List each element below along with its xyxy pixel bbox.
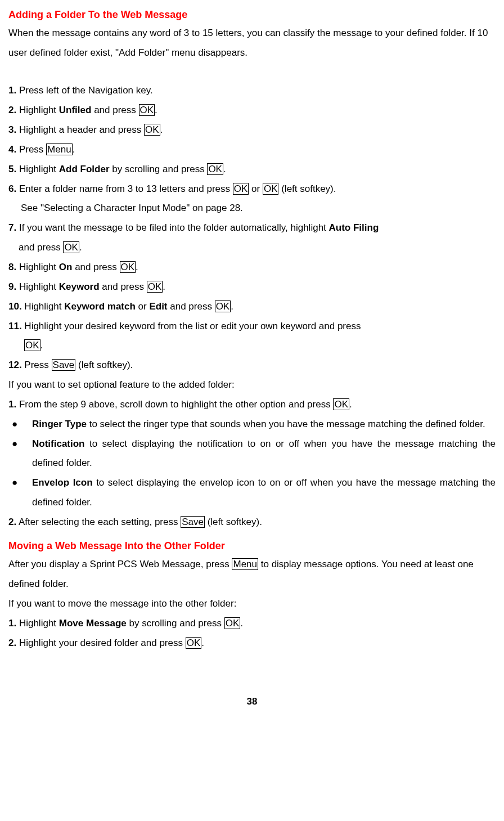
bullet-text: to select displaying the notification to… (32, 438, 496, 469)
section-heading-1: Adding a Folder To the Web Message (8, 6, 496, 24)
step-text: . (160, 124, 163, 135)
step-text: and press (100, 281, 147, 292)
ok-key: OK (186, 637, 202, 649)
step-text: If you want the message to be filed into… (16, 222, 328, 233)
step-11-line2: OK. (8, 336, 496, 356)
step-number: 11. (8, 321, 22, 331)
step-number: 5. (8, 164, 16, 174)
step-text: (left softkey). (205, 517, 262, 527)
ok-key: OK (207, 163, 223, 175)
step-text: After selecting the each setting, press (16, 517, 181, 527)
ok-key: OK (263, 183, 279, 195)
step-text: . (240, 618, 243, 629)
bold-term: Notification (32, 438, 85, 449)
step-text: . (349, 399, 352, 410)
step-7: 7. If you want the message to be filed i… (8, 218, 496, 238)
step-text: Highlight (16, 281, 59, 292)
step-text: Highlight (22, 301, 65, 312)
bullet-ringer-type: ● Ringer Type to select the ringer type … (8, 415, 496, 434)
bold-term: Edit (149, 301, 167, 312)
step-text: Highlight (16, 262, 59, 272)
step-number: 2. (8, 517, 16, 527)
step-text: (left softkey). (75, 360, 133, 370)
h2-intro: After you display a Sprint PCS Web Messa… (8, 555, 496, 594)
step-text: . (201, 638, 204, 648)
step-text: . (73, 144, 75, 155)
ok-key: OK (333, 398, 349, 410)
step-number: 2. (8, 105, 16, 115)
bullet-icon: ● (8, 473, 32, 513)
step-text: Press left of the Navigation key. (16, 85, 153, 96)
step-text: . (223, 164, 226, 174)
opt-step-2: 2. After selecting the each setting, pre… (8, 513, 496, 532)
step-text: and press (19, 242, 63, 253)
bold-term: Auto Filing (329, 222, 379, 233)
step-text: From the step 9 above, scroll down to hi… (16, 399, 333, 410)
step-5: 5. Highlight Add Folder by scrolling and… (8, 160, 496, 180)
intro-paragraph-1: When the message contains any word of 3 … (8, 24, 496, 63)
ok-key: OK (147, 281, 163, 293)
step-text: and press (168, 301, 215, 312)
bullet-icon: ● (8, 434, 32, 474)
step-number: 1. (8, 85, 16, 96)
h2-sub: If you want to move the message into the… (8, 594, 496, 614)
ok-key: OK (139, 104, 155, 116)
step-text: Highlight a header and press (16, 124, 144, 135)
step-2: 2. Highlight Unfiled and press OK. (8, 101, 496, 120)
step-text: . (163, 281, 165, 292)
opt-step-1: 1. From the step 9 above, scroll down to… (8, 395, 496, 415)
page-number: 38 (8, 692, 496, 712)
move-step-1: 1. Highlight Move Message by scrolling a… (8, 614, 496, 634)
menu-key: Menu (46, 143, 73, 155)
step-number: 3. (8, 124, 16, 135)
step-text: Press (22, 360, 52, 370)
step-text: Highlight (16, 105, 59, 115)
step-text: Highlight (16, 164, 59, 174)
step-text: Highlight your desired folder and press (16, 638, 186, 648)
step-number: 10. (8, 301, 22, 312)
bullet-notification: ● Notification to select displaying the … (8, 434, 496, 474)
step-9: 9. Highlight Keyword and press OK. (8, 277, 496, 297)
step-number: 1. (8, 618, 16, 629)
bold-term: Keyword match (64, 301, 136, 312)
ok-key: OK (24, 339, 40, 351)
menu-key: Menu (232, 558, 258, 570)
step-text: or (136, 301, 150, 312)
bullet-icon: ● (8, 415, 32, 434)
ok-key: OK (144, 124, 160, 136)
bullet-text: to select displaying the envelop icon to… (32, 477, 496, 508)
bullet-text: to select the ringer type that sounds wh… (87, 419, 485, 429)
step-text: . (40, 340, 43, 351)
step-number: 6. (8, 183, 16, 194)
step-text: Enter a folder name from 3 to 13 letters… (16, 183, 233, 194)
bold-term: Envelop Icon (32, 477, 93, 488)
step-number: 9. (8, 281, 16, 292)
step-3: 3. Highlight a header and press OK. (8, 120, 496, 140)
step-text: and press (91, 105, 138, 115)
ok-key: OK (63, 241, 79, 253)
step-text: . (155, 105, 158, 115)
step-number: 1. (8, 399, 16, 410)
step-text: . (231, 301, 233, 312)
step-number: 4. (8, 144, 16, 155)
bold-term: On (59, 262, 73, 272)
step-text: and press (72, 262, 119, 272)
step-1: 1. Press left of the Navigation key. (8, 81, 496, 101)
optional-intro: If you want to set optional feature to t… (8, 375, 496, 395)
step-6: 6. Enter a folder name from 3 to 13 lett… (8, 180, 496, 199)
step-text: by scrolling and press (110, 164, 208, 174)
step-number: 7. (8, 222, 16, 233)
bullet-envelop-icon: ● Envelop Icon to select displaying the … (8, 473, 496, 513)
ok-key: OK (120, 261, 136, 273)
step-text: or (249, 183, 263, 194)
step-4: 4. Press Menu. (8, 140, 496, 160)
step-7-line2: and press OK. (8, 238, 496, 258)
step-12: 12. Press Save (left softkey). (8, 356, 496, 375)
step-10: 10. Highlight Keyword match or Edit and … (8, 297, 496, 317)
bold-term: Move Message (59, 618, 127, 629)
step-number: 2. (8, 638, 16, 648)
ok-key: OK (233, 183, 249, 195)
step-number: 8. (8, 262, 16, 272)
save-key: Save (52, 359, 76, 371)
ok-key: OK (224, 617, 241, 629)
